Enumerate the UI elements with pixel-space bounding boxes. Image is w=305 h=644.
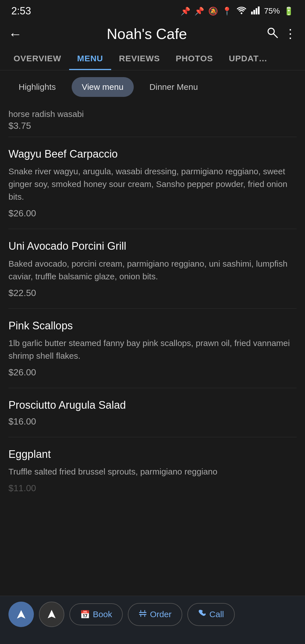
svg-point-0 xyxy=(241,12,242,14)
status-time: 2:53 xyxy=(11,5,31,17)
order-label: Order xyxy=(150,610,172,619)
book-button[interactable]: 📅 Book xyxy=(69,603,123,625)
svg-rect-10 xyxy=(139,614,146,615)
top-nav: ← Noah's Cafe ⋮ xyxy=(0,20,305,48)
tab-updates[interactable]: UPDAT… xyxy=(221,48,275,70)
item-price: $22.50 xyxy=(8,288,297,298)
menu-content: horse radish wasabi $3.75 Wagyu Beef Car… xyxy=(0,104,305,504)
pin-icon: 📌 xyxy=(181,6,190,16)
item-name: Pink Scallops xyxy=(8,319,297,333)
tab-photos[interactable]: PHOTOS xyxy=(168,48,221,70)
status-bar: 2:53 📌 📌 🔕 📍 75% 🔋 xyxy=(0,0,305,20)
wifi-icon xyxy=(236,6,247,16)
partial-item-price: $3.75 xyxy=(8,121,297,137)
call-button[interactable]: Call xyxy=(187,603,235,626)
svg-rect-3 xyxy=(256,8,257,14)
location-button[interactable] xyxy=(39,602,64,627)
item-description: Truffle salted fried brussel sprouts, pa… xyxy=(8,465,297,478)
item-name: Wagyu Beef Carpaccio xyxy=(8,147,297,161)
order-icon xyxy=(139,609,147,620)
menu-item[interactable]: Wagyu Beef Carpaccio Snake river wagyu, … xyxy=(8,137,297,229)
book-icon: 📅 xyxy=(80,610,90,619)
sub-tab-highlights[interactable]: Highlights xyxy=(8,77,66,97)
item-price: $11.00 xyxy=(8,483,297,493)
tab-overview[interactable]: OVERVIEW xyxy=(6,48,69,70)
item-price: $26.00 xyxy=(8,208,297,219)
pin-icon-2: 📌 xyxy=(194,6,204,16)
partial-item-description: horse radish wasabi xyxy=(8,106,297,121)
back-button[interactable]: ← xyxy=(8,26,31,42)
battery-icon: 🔋 xyxy=(284,6,294,16)
svg-marker-7 xyxy=(17,610,25,619)
call-icon xyxy=(198,609,207,620)
sub-tabs: Highlights View menu Dinner Menu xyxy=(0,70,305,104)
item-description: Snake river wagyu, arugula, wasabi dress… xyxy=(8,165,297,203)
bottom-action-bar: 📅 Book Order Call xyxy=(0,596,305,644)
nav-actions: ⋮ xyxy=(263,26,297,42)
status-icons: 📌 📌 🔕 📍 75% 🔋 xyxy=(181,6,294,16)
tab-bar: OVERVIEW MENU REVIEWS PHOTOS UPDAT… xyxy=(0,48,305,70)
navigate-button[interactable] xyxy=(8,602,34,627)
svg-rect-1 xyxy=(251,12,253,14)
mute-icon: 🔕 xyxy=(208,6,218,16)
signal-icon xyxy=(251,6,260,16)
more-options-icon[interactable]: ⋮ xyxy=(284,26,297,42)
search-icon[interactable] xyxy=(266,26,278,42)
call-label: Call xyxy=(209,610,224,619)
book-label: Book xyxy=(93,610,112,619)
menu-item[interactable]: Uni Avocado Porcini Grill Baked avocado,… xyxy=(8,229,297,308)
sub-tab-view-menu[interactable]: View menu xyxy=(72,77,134,97)
location-icon: 📍 xyxy=(222,6,232,16)
svg-marker-8 xyxy=(48,610,56,618)
sub-tab-dinner-menu[interactable]: Dinner Menu xyxy=(139,77,208,97)
item-name: Prosciutto Arugula Salad xyxy=(8,398,297,412)
item-price: $16.00 xyxy=(8,416,297,427)
order-button[interactable]: Order xyxy=(128,603,182,626)
menu-item[interactable]: Prosciutto Arugula Salad $16.00 xyxy=(8,388,297,437)
item-description: Baked avocado, porcini cream, parmigiano… xyxy=(8,257,297,283)
svg-rect-2 xyxy=(253,10,255,14)
item-description: 1lb garlic butter steamed fanny bay pink… xyxy=(8,337,297,362)
battery-text: 75% xyxy=(264,6,280,16)
tab-reviews[interactable]: REVIEWS xyxy=(111,48,168,70)
partial-menu-item: horse radish wasabi $3.75 xyxy=(8,104,297,137)
menu-item[interactable]: Pink Scallops 1lb garlic butter steamed … xyxy=(8,309,297,388)
menu-item[interactable]: Eggplant Truffle salted fried brussel sp… xyxy=(8,437,297,504)
item-price: $26.00 xyxy=(8,367,297,378)
item-name: Uni Avocado Porcini Grill xyxy=(8,239,297,253)
page-title: Noah's Cafe xyxy=(31,25,263,42)
svg-line-6 xyxy=(273,34,277,38)
svg-rect-4 xyxy=(258,6,260,14)
item-name: Eggplant xyxy=(8,447,297,461)
svg-rect-9 xyxy=(139,612,146,613)
tab-menu[interactable]: MENU xyxy=(69,48,111,70)
